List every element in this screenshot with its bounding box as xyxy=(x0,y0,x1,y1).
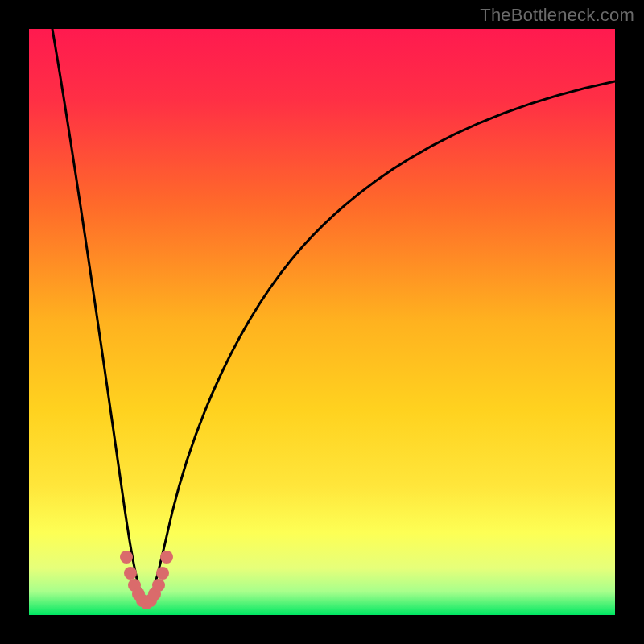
curve-layer xyxy=(29,29,615,615)
bottleneck-curve-right xyxy=(147,81,615,608)
svg-point-10 xyxy=(156,567,169,580)
trough-markers xyxy=(120,551,173,609)
svg-point-9 xyxy=(152,579,165,592)
watermark-text: TheBottleneck.com xyxy=(480,5,634,26)
plot-area xyxy=(29,29,615,615)
bottleneck-curve-left xyxy=(52,29,147,608)
svg-point-11 xyxy=(160,551,173,564)
svg-point-1 xyxy=(120,551,133,564)
svg-point-2 xyxy=(124,567,137,580)
